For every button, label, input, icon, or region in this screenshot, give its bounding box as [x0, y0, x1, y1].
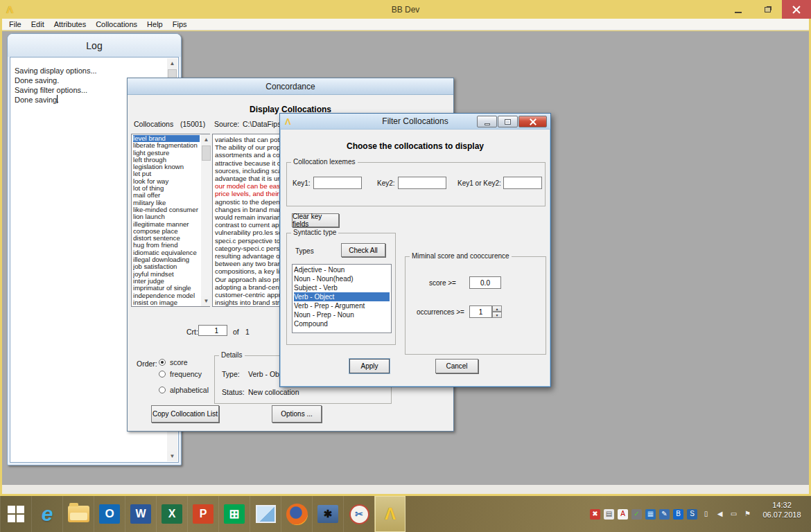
collocation-item[interactable]: level brand — [133, 135, 200, 142]
main-titlebar[interactable]: Λ BB Dev — [0, 0, 811, 19]
bbdev-lambda-icon[interactable]: Λ — [374, 496, 406, 532]
menu-item[interactable]: Attributes — [49, 19, 91, 29]
collocation-item[interactable]: hug from friend — [133, 242, 200, 249]
close-button[interactable] — [518, 116, 547, 127]
battery-icon[interactable]: ▯ — [701, 509, 711, 520]
syntactic-type-item[interactable]: Verb - Object — [294, 292, 390, 301]
collocations-scrollbar[interactable]: ▲ ▼ — [201, 134, 211, 306]
collocations-listbox[interactable]: level brandliberate fragmentationlight g… — [131, 134, 210, 307]
cancel-button[interactable]: Cancel — [435, 359, 478, 373]
syntactic-types-listbox[interactable]: Adjective - NounNoun - Noun(head)Subject… — [292, 264, 392, 333]
excel-icon[interactable]: X — [156, 496, 187, 532]
outlook-icon[interactable]: O — [94, 496, 125, 532]
bluetooth-icon[interactable]: B — [673, 509, 683, 520]
occurrences-input[interactable] — [469, 305, 492, 318]
scroll-up-icon[interactable]: ▲ — [201, 134, 211, 145]
maximize-button[interactable] — [498, 116, 518, 127]
collocation-item[interactable]: liberate fragmentation — [133, 142, 200, 149]
network-icon[interactable]: ▭ — [729, 509, 739, 520]
collocation-item[interactable]: joyful mindset — [133, 271, 200, 278]
key2-input[interactable] — [398, 177, 446, 189]
taskbar-clock[interactable]: 14:32 06.07.2018 — [754, 500, 810, 520]
s-badge-icon[interactable]: S — [687, 509, 697, 520]
radio-button[interactable] — [159, 371, 166, 378]
scroll-down-icon[interactable]: ▼ — [201, 296, 211, 306]
ant-tool-icon[interactable]: ✱ — [312, 496, 343, 532]
crt-input[interactable] — [198, 325, 227, 336]
collocation-item[interactable]: compose place — [133, 228, 200, 235]
intel-graphics-icon[interactable]: ▦ — [645, 509, 656, 520]
apply-button[interactable]: Apply — [349, 359, 390, 373]
collocation-item[interactable]: look for way — [133, 178, 200, 185]
collocation-item[interactable]: light gesture — [133, 150, 200, 157]
menu-item[interactable]: Collocations — [91, 19, 142, 29]
syntactic-type-item[interactable]: Noun - Prep - Noun — [294, 310, 390, 319]
collocation-item[interactable]: illegitimate manner — [133, 221, 200, 228]
radio-button[interactable] — [159, 387, 166, 393]
snipping-tool-icon[interactable]: ✂ — [343, 496, 374, 532]
minimize-button[interactable] — [724, 0, 753, 19]
updater-icon[interactable]: ✓ — [631, 509, 642, 520]
collocation-item[interactable]: distort sentence — [133, 235, 200, 242]
collocation-item[interactable]: independence model — [133, 292, 200, 299]
filter-titlebar[interactable]: Λ Filter Collocations — [280, 114, 550, 130]
score-input[interactable] — [469, 276, 501, 289]
syntactic-type-item[interactable]: Compound — [294, 319, 390, 328]
spinner-down-icon[interactable]: ▼ — [492, 312, 502, 318]
file-explorer-icon[interactable] — [62, 496, 94, 532]
collocation-item[interactable]: imprimatur of single — [133, 285, 200, 292]
collocation-item[interactable]: legislation known — [133, 163, 200, 170]
menu-item[interactable]: File — [4, 19, 26, 29]
log-window-title[interactable]: Log — [8, 34, 181, 57]
syntactic-type-item[interactable]: Verb - Prep - Argument — [294, 301, 390, 310]
collocation-lexemes-groupbox: Collocation lexemes Key1: Key2: Key1 or … — [286, 162, 546, 206]
key1-input[interactable] — [313, 177, 362, 189]
minimal-score-legend: Miminal score and cooccurence — [410, 252, 512, 260]
collocation-item[interactable]: mail offer — [133, 192, 200, 199]
collocation-item[interactable]: lion launch — [133, 213, 200, 220]
word-icon[interactable]: W — [125, 496, 156, 532]
clear-key-fields-button[interactable]: Clear key fields — [292, 213, 339, 227]
antivirus-shield-icon[interactable]: ✖ — [590, 509, 600, 520]
check-all-button[interactable]: Check All — [341, 243, 385, 257]
minimize-button[interactable] — [477, 116, 497, 127]
collocation-item[interactable]: inter judge — [133, 278, 200, 285]
scroll-up-icon[interactable]: ▲ — [167, 58, 177, 69]
restore-button[interactable] — [753, 0, 782, 19]
collocation-item[interactable]: left through — [133, 157, 200, 163]
concordance-titlebar[interactable]: Concordance — [128, 78, 453, 95]
options-button[interactable]: Options ... — [272, 405, 322, 423]
settings-wrench-icon[interactable]: ✎ — [659, 509, 670, 520]
language-flag-icon[interactable]: ⚑ — [742, 509, 753, 520]
syntactic-type-item[interactable]: Adjective - Noun — [294, 265, 390, 274]
collocation-item[interactable]: military like — [133, 200, 200, 206]
collocation-item[interactable]: let put — [133, 170, 200, 177]
internet-explorer-icon[interactable]: e — [31, 496, 62, 532]
firefox-icon[interactable] — [281, 496, 312, 532]
menu-item[interactable]: Fips — [168, 19, 192, 29]
copy-collocation-list-button[interactable]: Copy Collocation List — [151, 405, 219, 423]
spinner-up-icon[interactable]: ▲ — [492, 305, 502, 312]
scrollbar-thumb[interactable] — [202, 145, 211, 161]
scroll-down-icon[interactable]: ▼ — [167, 451, 177, 461]
start-button[interactable] — [0, 496, 31, 532]
close-button[interactable] — [782, 0, 811, 19]
menu-item[interactable]: Help — [142, 19, 168, 29]
menu-item[interactable]: Edit — [26, 19, 49, 29]
collocation-item[interactable]: lot of thing — [133, 185, 200, 192]
powerpoint-icon[interactable]: P — [187, 496, 218, 532]
collocation-item[interactable]: job satisfaction — [133, 263, 200, 270]
collocation-item[interactable]: like-minded consumer — [133, 206, 200, 213]
paint-icon[interactable] — [250, 496, 281, 532]
collocation-item[interactable]: idiomatic equivalence — [133, 249, 200, 256]
clipboard-icon[interactable]: ▤ — [604, 509, 614, 520]
store-icon[interactable]: ⊞ — [218, 496, 250, 532]
adobe-reader-icon[interactable]: A — [618, 509, 628, 520]
syntactic-type-item[interactable]: Subject - Verb — [294, 283, 390, 292]
radio-button[interactable] — [159, 359, 166, 366]
syntactic-type-item[interactable]: Noun - Noun(head) — [294, 274, 390, 283]
key1-or-key2-input[interactable] — [503, 177, 542, 189]
volume-icon[interactable]: ◀ — [715, 509, 725, 520]
collocation-item[interactable]: insist on image — [133, 299, 200, 306]
collocation-item[interactable]: illegal downloading — [133, 256, 200, 263]
